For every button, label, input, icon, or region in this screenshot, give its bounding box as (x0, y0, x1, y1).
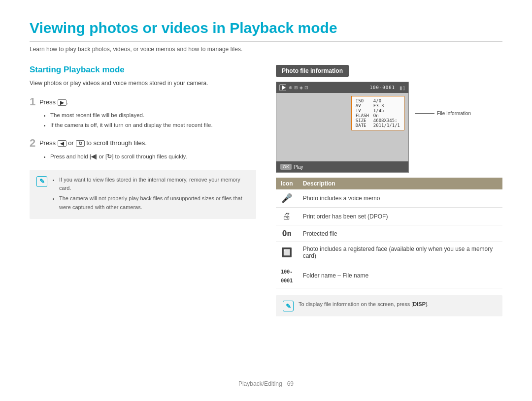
page-title: Viewing photos or videos in Playback mod… (30, 20, 502, 42)
section-heading: Starting Playback mode (30, 65, 256, 75)
photo-info-header: Photo file information (276, 65, 349, 77)
desc-registered-face: Photo includes a registered face (availa… (298, 242, 502, 263)
file-info-value-flash: On (373, 113, 379, 118)
info-note-icon: ✎ (283, 301, 294, 311)
step-2-bullets: Press and hold [◀] or [↻] to scroll thro… (43, 153, 256, 161)
table-row: On Protected file (276, 225, 502, 242)
note-text: If you want to view files stored in the … (52, 176, 249, 213)
step-2-key2: ↻ (76, 140, 85, 147)
table-row: 100-0001 Folder name – File name (276, 263, 502, 288)
file-info-arrow: File Information (415, 111, 471, 116)
cam-battery-icons: ▮▯ (399, 85, 405, 91)
icon-registered-face: 🔲 (276, 242, 298, 263)
file-info-arrow-label: File Information (437, 111, 471, 116)
note-bullet-2: The camera will not properly play back f… (59, 194, 249, 212)
section-desc: View photos or play videos and voice mem… (30, 79, 256, 88)
file-info-label-size: SIZE (356, 118, 371, 123)
footer-page-number: 69 (287, 380, 294, 387)
footer-label: Playback/Editing (238, 380, 282, 387)
file-info-box: ISO 4/0 AV F3.3 TV 1/45 (351, 96, 404, 130)
file-info-row-iso: ISO 4/0 (356, 98, 400, 103)
folder-name-text: 100-0001 (281, 269, 293, 283)
table-row: 🔲 Photo includes a registered face (avai… (276, 242, 502, 263)
step-1-bullet-2: If the camera is off, it will turn on an… (50, 121, 256, 129)
page-subtitle: Learn how to play back photos, videos, o… (30, 46, 502, 53)
desc-folder-name: Folder name – File name (298, 263, 502, 288)
step-2: 2 Press ◀ or ↻ to scroll through files. … (30, 137, 256, 161)
file-info-value-iso: 4/0 (373, 98, 381, 103)
note-bullet-1: If you want to view files stored in the … (59, 176, 249, 193)
file-info-value-tv: 1/45 (373, 108, 384, 113)
step-1-bullet-1: The most recent file will be displayed. (50, 111, 256, 120)
icon-table-body: 🎤 Photo includes a voice memo 🖨 Print or… (276, 189, 502, 288)
cam-main-area: ISO 4/0 AV F3.3 TV 1/45 (276, 93, 408, 161)
right-column: Photo file information ⊕ ⊞ ◈ ⊡ (276, 65, 502, 316)
step-1: 1 Press ▶. The most recent file will be … (30, 95, 256, 130)
cam-icon-1: ⊕ (289, 85, 293, 90)
table-row: 🖨 Print order has been set (DPOF) (276, 208, 502, 225)
file-info-label-date: DATE (356, 123, 371, 128)
content-columns: Starting Playback mode View photos or pl… (30, 65, 502, 316)
desc-voice-memo: Photo includes a voice memo (298, 189, 502, 208)
cam-bottombar: OK Play (276, 161, 408, 172)
icon-folder-name: 100-0001 (276, 263, 298, 288)
step-1-text: Press ▶. (39, 98, 68, 106)
note-icon: ✎ (36, 176, 47, 187)
file-info-value-size: 4608X345: (373, 118, 398, 123)
col-description: Description (298, 178, 502, 189)
step-1-number: 1 (30, 95, 35, 108)
icon-table-header-row: Icon Description (276, 178, 502, 189)
file-info-row-tv: TV 1/45 (356, 108, 400, 113)
cam-battery-icon: ▮▯ (399, 85, 405, 91)
step-2-text: Press ◀ or ↻ to scroll through files. (39, 139, 147, 147)
file-info-value-av: F3.3 (373, 103, 384, 108)
cam-icons-row: ⊕ ⊞ ◈ ⊡ (289, 85, 308, 90)
cam-icon-3: ◈ (299, 85, 303, 90)
icon-print-order: 🖨 (276, 208, 298, 225)
icon-table: Icon Description 🎤 Photo includes a voic… (276, 178, 502, 288)
table-row: 🎤 Photo includes a voice memo (276, 189, 502, 208)
play-icon (282, 85, 286, 90)
file-info-label-tv: TV (356, 108, 371, 113)
step-1-bullets: The most recent file will be displayed. … (43, 111, 256, 130)
cam-topbar-file-code: 100-0001 (370, 85, 395, 90)
file-info-row-av: AV F3.3 (356, 103, 400, 108)
play-label: Play (294, 164, 303, 170)
cam-icon-2: ⊞ (294, 85, 298, 90)
arrow-line (415, 113, 434, 114)
file-info-row-size: SIZE 4608X345: (356, 118, 400, 123)
step-1-key: ▶ (58, 99, 66, 106)
col-icon: Icon (276, 178, 298, 189)
desc-print-order: Print order has been set (DPOF) (298, 208, 502, 225)
camera-topbar: ⊕ ⊞ ◈ ⊡ 100-0001 ▮▯ (276, 82, 408, 93)
file-info-label-av: AV (356, 103, 371, 108)
left-column: Starting Playback mode View photos or pl… (30, 65, 256, 316)
info-note-text: To display file information on the scree… (299, 300, 429, 308)
file-info-row-flash: FLASH On (356, 113, 400, 118)
icon-protected: On (276, 225, 298, 242)
page-container: Viewing photos or videos in Playback mod… (0, 0, 532, 331)
step-2-bullet-1: Press and hold [◀] or [↻] to scroll thro… (50, 153, 256, 161)
file-info-label-flash: FLASH (356, 113, 371, 118)
icon-table-head: Icon Description (276, 178, 502, 189)
desc-protected: Protected file (298, 225, 502, 242)
info-note-box: ✎ To display file information on the scr… (276, 295, 502, 316)
file-info-label-iso: ISO (356, 98, 371, 103)
file-info-row-date: DATE 2011/1/1/1 (356, 123, 400, 128)
icon-voice-memo: 🎤 (276, 189, 298, 208)
camera-screen: ⊕ ⊞ ◈ ⊡ 100-0001 ▮▯ (276, 82, 409, 173)
step-2-key1: ◀ (58, 140, 66, 147)
play-icon-box (279, 84, 286, 91)
cam-icon-4: ⊡ (304, 85, 308, 90)
ok-button: OK (280, 164, 292, 170)
note-box: ✎ If you want to view files stored in th… (30, 170, 256, 219)
step-2-number: 2 (30, 137, 35, 150)
file-info-value-date: 2011/1/1/1 (373, 123, 400, 128)
page-footer: Playback/Editing 69 (0, 380, 532, 387)
